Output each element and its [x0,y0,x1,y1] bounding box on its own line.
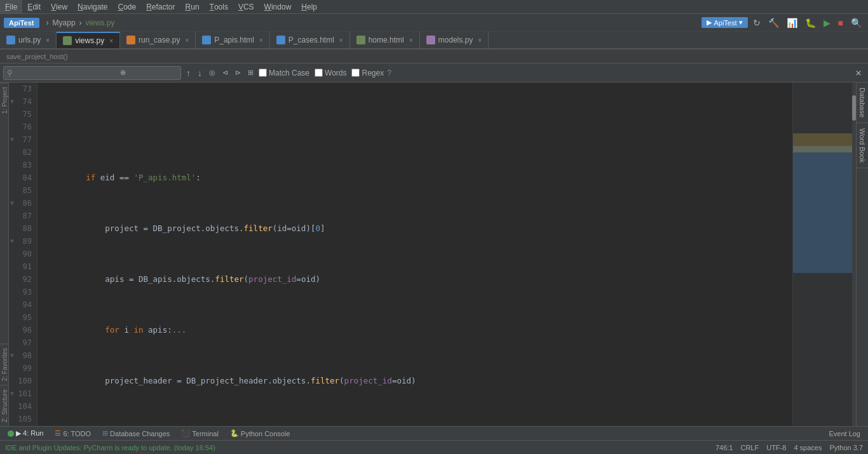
fold-arrow-77[interactable]: ▼ [10,133,14,146]
python-console-tab-btn[interactable]: 🐍 Python Console [225,428,295,439]
menu-code[interactable]: Code [112,0,141,13]
tab-label: models.py [438,36,473,44]
regex-checkbox[interactable] [351,69,360,77]
next-occurrence-icon[interactable]: ⊳ [233,69,243,77]
right-sidebar: Database Word Book [856,83,868,426]
menu-file[interactable]: File [0,0,22,13]
tab-run-case[interactable]: run_case.py × [120,32,196,48]
line-num-82: 82 [9,146,37,159]
sidebar-tab-wordbook[interactable]: Word Book [857,123,868,168]
code-line-74: if eid == 'P_apis.html': [43,171,792,184]
navigate-down-icon[interactable]: ↓ [196,68,204,78]
db-changes-tab-btn[interactable]: ⊞ Database Changes [97,428,175,439]
menu-refactor[interactable]: Refactor [141,0,180,13]
event-log-label: Event Log [829,430,860,437]
words-option[interactable]: Words [315,69,346,77]
line-num-104: 104 [9,400,37,413]
filter-icon[interactable]: ⊞ [246,69,255,77]
sidebar-item-project[interactable]: 1: Project [0,83,8,117]
project-breadcrumb: ApiTest › Myapp › views.py [0,18,115,28]
breadcrumb-sep: › [46,18,49,27]
tab-p-cases[interactable]: P_cases.html × [270,32,350,48]
encoding-status[interactable]: UTF-8 [766,444,786,451]
event-log-btn[interactable]: Event Log [824,429,865,439]
tab-urls[interactable]: urls.py × [0,32,57,48]
regex-option[interactable]: Regex ? [351,69,391,77]
fold-arrow-101[interactable]: ▼ [10,387,14,400]
menu-navigate[interactable]: Navigate [72,0,112,13]
code-line-77: for i in apis:... [43,324,792,337]
prev-occurrence-icon[interactable]: ⊲ [220,69,230,77]
line-col-status[interactable]: 746:1 [715,444,733,451]
line-num-87: 87 [9,210,37,222]
code-line-76: apis = DB_apis.objects.filter(project_id… [43,273,792,286]
menu-edit[interactable]: Edit [22,0,46,13]
close-search-icon[interactable]: × [852,67,865,79]
refresh-icon[interactable]: ↻ [750,17,763,29]
tab-label: urls.py [18,36,41,44]
coverage-icon[interactable]: 📊 [784,17,800,29]
menu-view[interactable]: View [46,0,72,13]
match-case-checkbox[interactable] [259,69,267,77]
file-label: views.py [86,18,115,27]
tab-home[interactable]: home.html × [350,32,420,48]
replace-icon[interactable]: ⊕ [118,69,128,77]
status-left: IDE and Plugin Updates: PyCharm is ready… [5,444,709,451]
sidebar-item-favorites[interactable]: 2: Favorites [0,344,8,385]
navigate-up-icon[interactable]: ↑ [184,68,193,78]
indent-label: 4 spaces [794,444,822,451]
close-icon[interactable]: × [478,37,482,44]
db-changes-label: Database Changes [110,430,170,437]
menu-window[interactable]: Window [259,0,297,13]
close-icon[interactable]: × [339,37,343,44]
search-everywhere-icon[interactable]: 🔍 [848,17,864,29]
menu-vcs[interactable]: VCS [233,0,259,13]
menu-run[interactable]: Run [180,0,205,13]
file-icon [63,36,72,45]
sidebar-item-structure[interactable]: Z: Structure [0,385,8,426]
close-icon[interactable]: × [259,37,263,44]
run-config-dropdown[interactable]: ▶ ApiTest ▾ [702,17,747,28]
status-bar: IDE and Plugin Updates: PyCharm is ready… [0,440,868,454]
line-num-99: 99 [9,362,37,375]
words-checkbox[interactable] [315,69,323,77]
todo-icon: ☰ [55,429,61,437]
todo-tab-btn[interactable]: ☰ 6: TODO [50,428,96,439]
code-line-75: project = DB_project.objects.filter(id=o… [43,222,792,235]
run-icon-btn[interactable]: ▶ [821,17,833,29]
menu-help[interactable]: Help [296,0,322,13]
line-num-88: 88 [9,222,37,235]
menu-tools[interactable]: Tools [205,0,233,13]
search-input[interactable] [15,69,116,77]
tab-p-apis[interactable]: P_apis.html × [196,32,270,48]
fold-arrow-89[interactable]: ▼ [10,235,14,248]
stop-icon[interactable]: ■ [836,17,846,29]
debug-icon[interactable]: 🐛 [803,17,818,29]
line-ending-status[interactable]: CRLF [740,444,759,451]
file-icon [356,36,365,44]
close-icon[interactable]: × [46,37,50,44]
terminal-tab-btn[interactable]: ⬛ Terminal [176,428,224,439]
build-icon[interactable]: 🔨 [766,17,782,29]
fold-arrow[interactable]: ▼ [10,95,14,108]
tab-views[interactable]: views.py × [57,32,120,48]
match-case-option[interactable]: Match Case [259,69,309,77]
close-icon[interactable]: × [409,37,413,44]
indent-status[interactable]: 4 spaces [794,444,822,451]
line-num-98: ▼98 [9,349,37,362]
menu-bar: File Edit View Navigate Code Refactor Ru… [0,0,868,14]
app-logo[interactable]: ApiTest [4,18,39,28]
fold-arrow-98[interactable]: ▼ [10,349,14,362]
find-all-icon[interactable]: ◎ [207,69,217,77]
lang-status[interactable]: Python 3.7 [829,444,863,451]
run-tab-btn[interactable]: ▶ 4: Run [3,428,48,439]
fold-arrow-86[interactable]: ▼ [10,197,14,210]
tab-models[interactable]: models.py × [420,32,489,48]
tab-label: home.html [369,36,404,44]
code-content[interactable]: if eid == 'P_apis.html': project = DB_pr… [37,83,792,426]
run-btn-icon [8,431,14,437]
close-icon[interactable]: × [109,37,113,44]
close-icon[interactable]: × [185,37,189,44]
terminal-icon: ⬛ [181,429,190,437]
sidebar-tab-database[interactable]: Database [857,83,868,123]
